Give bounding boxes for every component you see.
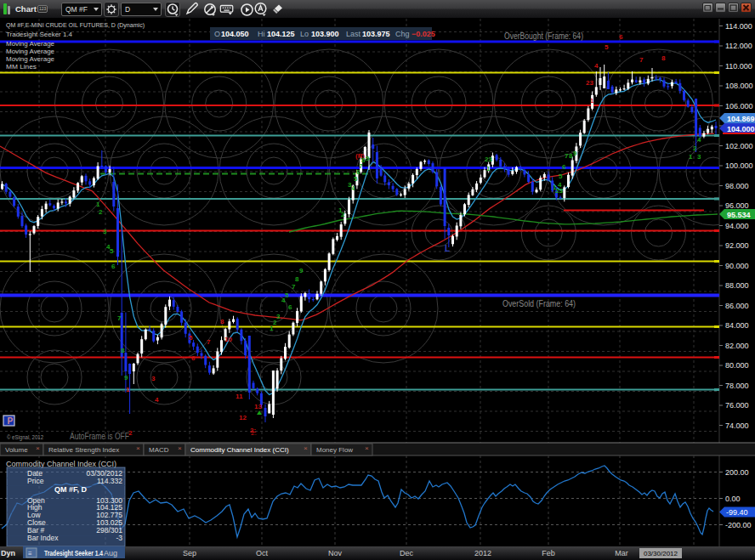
svg-text:QM #F, D: QM #F, D: [54, 485, 88, 494]
svg-text:Price: Price: [27, 477, 44, 485]
svg-text:Chg: Chg: [395, 30, 410, 38]
svg-text:O: O: [214, 30, 220, 38]
svg-text:4: 4: [351, 184, 355, 192]
svg-text:Commodity Channel Index (CCI): Commodity Channel Index (CCI): [190, 446, 289, 454]
svg-text:8: 8: [661, 54, 666, 62]
svg-text:MM Lines: MM Lines: [6, 63, 37, 71]
svg-text:23: 23: [485, 156, 492, 163]
svg-text:4: 4: [155, 396, 159, 404]
svg-text:Relative Strength Index: Relative Strength Index: [48, 446, 119, 454]
svg-text:AutoFrame is OFF: AutoFrame is OFF: [70, 432, 129, 441]
svg-text:Last: Last: [346, 30, 361, 38]
svg-text:OverSold (Frame: 64): OverSold (Frame: 64): [502, 299, 576, 308]
svg-text:Oct: Oct: [256, 549, 269, 557]
svg-text:96.000: 96.000: [725, 201, 749, 210]
svg-text:1: 1: [126, 386, 130, 393]
svg-text:Sep: Sep: [183, 549, 196, 557]
svg-text:92.000: 92.000: [725, 241, 749, 250]
svg-text:Nov: Nov: [328, 549, 343, 557]
svg-text:104.050: 104.050: [221, 30, 249, 38]
svg-text:-3: -3: [116, 534, 122, 542]
svg-text:114.000: 114.000: [725, 22, 752, 31]
svg-text:2: 2: [99, 208, 103, 216]
svg-text:10: 10: [224, 336, 232, 343]
svg-text:5: 5: [110, 247, 114, 255]
svg-text:Moving Average: Moving Average: [6, 40, 55, 48]
svg-text:76.000: 76.000: [725, 401, 749, 410]
svg-text:×: ×: [36, 444, 40, 452]
svg-text:Aug: Aug: [104, 549, 117, 557]
svg-text:78.000: 78.000: [725, 382, 749, 390]
svg-text:88.000: 88.000: [725, 281, 749, 290]
svg-text:4: 4: [594, 62, 599, 70]
svg-text:Money Flow: Money Flow: [316, 446, 353, 454]
svg-text:03/30/2012: 03/30/2012: [644, 550, 678, 557]
svg-text:104.000: 104.000: [727, 125, 755, 133]
svg-text:×: ×: [304, 444, 308, 452]
svg-text:6: 6: [288, 303, 292, 311]
svg-text:95.534: 95.534: [727, 211, 751, 219]
svg-text:OverBought (Frame: 64): OverBought (Frame: 64): [504, 31, 583, 41]
svg-text:6: 6: [111, 263, 116, 270]
svg-text:8: 8: [121, 347, 125, 354]
svg-text:×: ×: [136, 444, 140, 452]
svg-text:L: L: [445, 244, 450, 253]
svg-text:Moving Average: Moving Average: [6, 55, 55, 63]
svg-text:9: 9: [124, 374, 128, 382]
svg-text:-99.40: -99.40: [726, 508, 748, 517]
svg-text:110.000: 110.000: [725, 62, 752, 71]
svg-text:5: 5: [605, 43, 609, 51]
svg-text:1: 1: [689, 153, 693, 161]
svg-text:104.125: 104.125: [267, 30, 295, 38]
svg-text:102.000: 102.000: [725, 142, 753, 150]
svg-text:Bar Index: Bar Index: [27, 534, 59, 542]
svg-text:Tradesight Seeker 1.4: Tradesight Seeker 1.4: [44, 549, 103, 557]
svg-text:82.000: 82.000: [725, 342, 749, 350]
svg-text:Mar: Mar: [615, 549, 628, 557]
svg-text:7: 7: [117, 314, 122, 322]
svg-text:×: ×: [365, 444, 369, 452]
svg-text:9: 9: [366, 155, 370, 162]
svg-text:80.000: 80.000: [725, 361, 749, 370]
svg-text:112.000: 112.000: [725, 42, 752, 50]
svg-text:23: 23: [586, 79, 593, 87]
svg-text:3: 3: [103, 228, 107, 235]
svg-text:103.975: 103.975: [362, 30, 390, 38]
svg-text:7: 7: [207, 338, 211, 346]
svg-text:0.00: 0.00: [725, 495, 741, 503]
svg-text:4: 4: [558, 181, 562, 189]
svg-text:94.000: 94.000: [725, 222, 749, 230]
svg-text:7: 7: [292, 283, 296, 291]
svg-text:1: 1: [96, 201, 100, 208]
svg-text:Feb: Feb: [542, 549, 555, 557]
svg-text:9: 9: [299, 267, 304, 274]
svg-text:11: 11: [236, 393, 243, 400]
svg-text:74.000: 74.000: [725, 421, 749, 430]
svg-text:3: 3: [697, 153, 701, 161]
svg-text:-200.00: -200.00: [725, 521, 752, 529]
svg-text:3: 3: [276, 313, 281, 320]
svg-text:1: 1: [590, 97, 594, 105]
svg-text:103.900: 103.900: [311, 30, 339, 38]
svg-text:−0.025: −0.025: [412, 30, 435, 38]
svg-text:3: 3: [151, 375, 156, 382]
svg-text:Hi: Hi: [258, 30, 265, 38]
svg-text:200.00: 200.00: [725, 468, 749, 477]
svg-text:104.869: 104.869: [727, 115, 755, 123]
svg-text:98.000: 98.000: [725, 182, 749, 190]
svg-text:6: 6: [191, 354, 196, 362]
svg-text:QM #F,E-MINI CRUDE OIL FUTURES: QM #F,E-MINI CRUDE OIL FUTURES, D (Dynam…: [6, 21, 145, 29]
svg-text:8: 8: [220, 318, 224, 325]
svg-text:13: 13: [254, 403, 262, 410]
svg-text:106.000: 106.000: [725, 102, 753, 110]
svg-text:2: 2: [341, 211, 345, 218]
svg-text:12: 12: [239, 414, 247, 421]
svg-text:© eSignal, 2012: © eSignal, 2012: [7, 434, 43, 441]
svg-text:P: P: [8, 416, 14, 426]
svg-text:100.000: 100.000: [725, 161, 753, 170]
svg-text:Tradesight Seeker 1.4: Tradesight Seeker 1.4: [6, 31, 73, 38]
svg-text:7: 7: [639, 56, 644, 64]
svg-text:5: 5: [354, 175, 358, 183]
svg-text:8: 8: [295, 275, 299, 283]
svg-text:2:: 2:: [251, 429, 257, 437]
